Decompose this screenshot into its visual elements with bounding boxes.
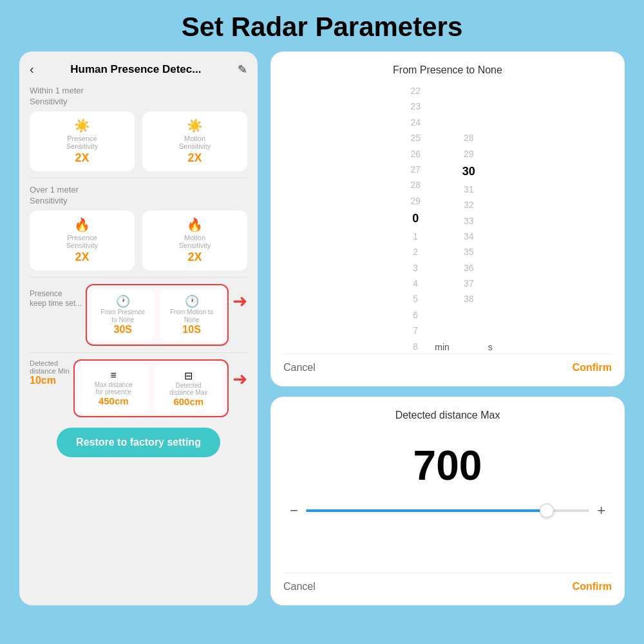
from-presence-value: 30S (96, 324, 149, 336)
sec-item: 34 (464, 229, 474, 243)
sec-item: 38 (464, 292, 474, 306)
min-selected: 0 (412, 209, 419, 228)
min-item: 26 (410, 147, 421, 161)
max-presence-value: 450cm (84, 395, 144, 406)
min-item: 5 (413, 292, 418, 306)
sec-item: 36 (464, 261, 474, 275)
over-motion-value: 2X (149, 251, 241, 264)
from-presence-card[interactable]: 🕐 From Presenceto None 30S (91, 289, 155, 341)
clock2-icon: 🕐 (165, 294, 218, 308)
within-1m-section: Within 1 meterSensitivity ☀️ PresenceSen… (30, 86, 247, 171)
within-presence-label: PresenceSensitivity (36, 135, 128, 150)
distance-arrow: ➜ (232, 368, 247, 390)
time-picker[interactable]: 22 23 24 25 26 27 28 29 0 1 2 3 4 5 6 7 (283, 84, 612, 354)
within-presence-card[interactable]: ☀️ PresenceSensitivity 2X (30, 111, 135, 171)
seconds-column: 28 29 30 31 32 33 34 35 36 37 38 (456, 131, 482, 307)
min-item: 27 (410, 162, 421, 176)
page-title: Set Radar Parameters (0, 0, 644, 52)
presence-popup-title: From Presence to None (283, 64, 612, 76)
within-presence-value: 2X (36, 151, 128, 165)
distance-cancel-button[interactable]: Cancel (283, 581, 316, 592)
device-panel: ‹ Human Presence Detec... ✎ Within 1 met… (19, 52, 258, 605)
slider-track[interactable] (306, 509, 589, 512)
over-presence-value: 2X (36, 251, 128, 264)
presence-popup: From Presence to None 22 23 24 25 26 27 … (270, 52, 625, 386)
tuning-icon: ⊟ (159, 370, 219, 382)
sec-item: 35 (464, 245, 474, 259)
min-item: 28 (410, 178, 421, 192)
from-motion-card[interactable]: 🕐 From Motion toNone 10S (160, 289, 223, 341)
from-motion-value: 10S (165, 324, 218, 336)
presence-cancel-button[interactable]: Cancel (283, 362, 316, 374)
min-item: 1 (413, 229, 418, 243)
distance-cards: ≡ Max distancefor presence 450cm ⊟ Detec… (73, 359, 229, 417)
detected-max-card[interactable]: ⊟ Detecteddistance Max 600cm (154, 365, 224, 412)
max-presence-label: Max distancefor presence (84, 381, 144, 395)
over-motion-card[interactable]: 🔥 MotionSensitivity 2X (142, 211, 247, 270)
edit-button[interactable]: ✎ (238, 62, 247, 77)
sec-item: 37 (464, 276, 474, 290)
min-item: 23 (410, 99, 421, 113)
min-item: 6 (413, 308, 418, 322)
min-item: 25 (410, 131, 421, 145)
detected-max-label: Detecteddistance Max (159, 382, 219, 396)
min-item: 4 (413, 276, 418, 290)
distance-popup-footer: Cancel Confirm (283, 573, 612, 592)
sec-item: 29 (464, 147, 474, 161)
dist-min-value: 10cm (30, 375, 70, 386)
over-presence-label: PresenceSensitivity (36, 234, 128, 249)
slider-row: − + (283, 502, 612, 519)
back-button[interactable]: ‹ (30, 62, 34, 77)
distance-confirm-button[interactable]: Confirm (573, 581, 612, 592)
min-label: min (435, 342, 450, 354)
min-item: 8 (413, 339, 418, 354)
min-item: 29 (410, 194, 421, 208)
detected-max-value: 600cm (159, 396, 219, 407)
from-motion-label: From Motion toNone (165, 308, 218, 324)
slider-fill (306, 509, 547, 512)
from-presence-label: From Presenceto None (96, 308, 149, 324)
restore-factory-button[interactable]: Restore to factory setting (57, 428, 220, 457)
slider-plus-button[interactable]: + (597, 502, 605, 519)
min-item: 22 (410, 84, 421, 98)
sun-icon: ☀️ (36, 118, 128, 133)
min-item: 3 (413, 261, 418, 275)
within-motion-value: 2X (149, 151, 241, 165)
sec-item: 32 (464, 198, 474, 212)
distance-popup: Detected distance Max 700 − + Cancel Con… (270, 397, 625, 605)
sec-item: 33 (464, 214, 474, 228)
keeptime-label: Presencekeep time set... (30, 289, 82, 309)
within-motion-label: MotionSensitivity (149, 135, 241, 150)
min-item: 24 (410, 115, 421, 129)
right-panels: From Presence to None 22 23 24 25 26 27 … (270, 52, 625, 605)
min-item: 7 (413, 323, 418, 337)
presence-popup-footer: Cancel Confirm (283, 354, 612, 374)
sun2-icon: ☀️ (149, 118, 241, 133)
slider-thumb (540, 504, 554, 518)
within-1m-label: Within 1 meterSensitivity (30, 86, 247, 108)
sec-item: 28 (464, 131, 474, 145)
distance-value: 700 (283, 442, 612, 489)
over-presence-card[interactable]: 🔥 PresenceSensitivity 2X (30, 211, 135, 270)
max-presence-card[interactable]: ≡ Max distancefor presence 450cm (79, 365, 149, 412)
presence-confirm-button[interactable]: Confirm (573, 362, 612, 374)
sec-label: s (488, 342, 493, 354)
panel-title: Human Presence Detec... (70, 63, 201, 76)
dist-min-label: Detecteddistance Min (30, 359, 70, 375)
over-1m-section: Over 1 meterSensitivity 🔥 PresenceSensit… (30, 185, 247, 270)
min-item: 2 (413, 245, 418, 259)
over-1m-label: Over 1 meterSensitivity (30, 185, 247, 207)
slider-minus-button[interactable]: − (290, 502, 298, 519)
flame2-icon: 🔥 (149, 217, 241, 232)
distance-popup-title: Detected distance Max (283, 410, 612, 421)
over-motion-label: MotionSensitivity (149, 234, 241, 249)
keeptime-arrow: ➜ (232, 290, 247, 312)
sec-item: 31 (464, 182, 474, 196)
flame-icon: 🔥 (36, 217, 128, 232)
minutes-column: 22 23 24 25 26 27 28 29 0 1 2 3 4 5 6 7 (402, 84, 428, 354)
sec-selected: 30 (462, 162, 475, 181)
clock-icon: 🕐 (96, 294, 149, 308)
keeptime-cards: 🕐 From Presenceto None 30S 🕐 From Motion… (86, 284, 229, 346)
within-motion-card[interactable]: ☀️ MotionSensitivity 2X (142, 111, 247, 171)
lines-icon: ≡ (84, 370, 144, 381)
